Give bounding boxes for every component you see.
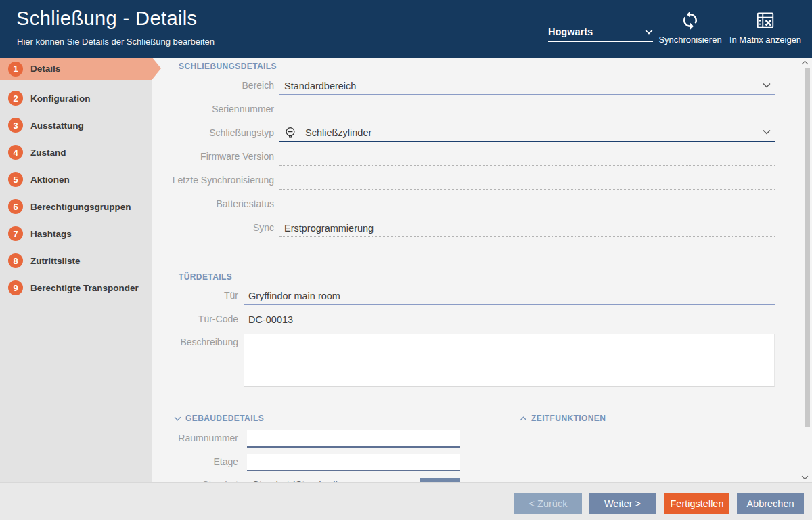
sidebar-item-aktionen[interactable]: 5 Aktionen <box>0 166 152 193</box>
sidebar-item-label: Aktionen <box>30 175 70 185</box>
sidebar-item-label: Zustand <box>30 148 66 158</box>
tuer-code-input[interactable]: DC-00013 <box>244 309 775 328</box>
sidebar-item-label: Zutrittsliste <box>30 256 81 266</box>
tuer-input[interactable]: Gryffindor main room <box>244 286 775 305</box>
sidebar-item-zustand[interactable]: 4 Zustand <box>0 139 152 166</box>
field-row-letzte-synchronisierung: Letzte Synchronisierung <box>152 169 775 190</box>
chevron-down-icon <box>763 129 771 135</box>
next-button[interactable]: Weiter > <box>589 493 656 514</box>
sidebar-item-konfiguration[interactable]: 2 Konfiguration <box>0 85 152 112</box>
firmware-field <box>279 147 775 166</box>
sidebar-item-label: Details <box>30 64 60 74</box>
beschreibung-textarea[interactable] <box>244 334 775 387</box>
sidebar-item-label: Berechtigte Transponder <box>30 283 139 293</box>
raumnummer-label: Raumnummer <box>152 433 238 448</box>
finish-button[interactable]: Fertigstellen <box>664 493 729 514</box>
sidebar-item-label: Ausstattung <box>30 121 84 131</box>
sidebar-item-label: Hashtags <box>30 229 72 239</box>
step-badge: 6 <box>8 199 23 214</box>
field-row-etage: Etage <box>152 451 460 471</box>
step-badge: 1 <box>8 62 23 77</box>
section-header-zeitfunktionen[interactable]: ZEITFUNKTIONEN <box>520 414 606 423</box>
project-dropdown[interactable]: Hogwarts <box>548 26 653 42</box>
seriennummer-field <box>279 100 775 118</box>
etage-input[interactable] <box>247 454 460 471</box>
field-row-schliessungstyp: Schließungstyp Schließzylinder <box>152 122 775 142</box>
chevron-down-icon <box>763 83 771 88</box>
section-title-schliessungsdetails: SCHLIEẞUNGSDETAILS <box>179 62 277 71</box>
sidebar-item-berechtigte-transponder[interactable]: 9 Berechtigte Transponder <box>0 274 152 301</box>
chevron-down-icon <box>801 475 809 480</box>
field-row-beschreibung: Beschreibung <box>152 334 775 387</box>
page-title: Schließung - Details <box>16 7 198 30</box>
seriennummer-label: Seriennummer <box>152 104 274 118</box>
batteriestatus-field <box>279 194 775 213</box>
schliessungstyp-label: Schließungstyp <box>152 127 274 142</box>
batteriestatus-label: Batteriestatus <box>152 198 274 213</box>
field-row-tuer: Tür Gryffindor main room <box>152 284 775 305</box>
sync-label: Sync <box>152 222 274 237</box>
field-row-seriennummer: Seriennummer <box>152 98 775 118</box>
chevron-up-icon <box>801 60 809 65</box>
sidebar-item-ausstattung[interactable]: 3 Ausstattung <box>0 112 152 139</box>
step-badge: 7 <box>8 226 23 241</box>
chevron-down-icon <box>174 416 181 421</box>
step-badge: 3 <box>8 118 23 133</box>
step-badge: 2 <box>8 91 23 106</box>
page-subtitle: Hier können Sie Details der Schließung b… <box>17 37 215 47</box>
bereich-select[interactable]: Standardbereich <box>279 76 775 95</box>
bereich-label: Bereich <box>152 80 274 95</box>
sidebar-item-details[interactable]: 1 Details <box>0 58 152 80</box>
firmware-label: Firmware Version <box>152 151 274 166</box>
project-dropdown-value: Hogwarts <box>548 26 593 37</box>
section-title-gebaeudedetails: GEBÄUDEDETAILS <box>185 414 264 423</box>
section-title-tuerdetails: TÜRDETAILS <box>179 272 232 282</box>
step-badge: 8 <box>8 253 23 268</box>
section-title-zeitfunktionen: ZEITFUNKTIONEN <box>531 414 606 423</box>
scroll-down-arrow[interactable] <box>798 473 811 481</box>
field-row-raumnummer: Raumnummer <box>152 427 460 448</box>
field-row-firmware: Firmware Version <box>152 146 775 166</box>
tuer-code-label: Tür-Code <box>152 313 238 328</box>
field-row-bereich: Bereich Standardbereich <box>152 74 775 95</box>
scroll-up-arrow[interactable] <box>798 58 811 66</box>
step-badge: 9 <box>8 280 23 295</box>
sync-field: Erstprogrammierung <box>279 218 775 237</box>
matrix-grid-icon <box>721 8 810 32</box>
letzte-synchronisierung-label: Letzte Synchronisierung <box>152 175 274 190</box>
letzte-synchronisierung-field <box>279 171 775 190</box>
sidebar-item-label: Berechtigungsgruppen <box>30 202 131 212</box>
cancel-button[interactable]: Abbrechen <box>737 493 804 514</box>
etage-label: Etage <box>152 456 238 471</box>
raumnummer-input[interactable] <box>247 430 460 448</box>
main-content: SCHLIEẞUNGSDETAILS Bereich Standardberei… <box>152 58 812 482</box>
step-badge: 4 <box>8 145 23 160</box>
field-row-tuer-code: Tür-Code DC-00013 <box>152 308 775 328</box>
step-badge: 5 <box>8 172 23 187</box>
schliessungstyp-select[interactable]: Schließzylinder <box>279 123 775 142</box>
lock-cylinder-icon <box>284 127 296 139</box>
field-row-standort: Standort Standort (Standard) + Neu <box>152 477 460 482</box>
header-bar: Schließung - Details Hier können Sie Det… <box>0 0 812 58</box>
section-header-gebaeudedetails[interactable]: GEBÄUDEDETAILS <box>174 414 264 423</box>
scrollbar-thumb[interactable] <box>805 68 810 427</box>
sidebar-item-hashtags[interactable]: 7 Hashtags <box>0 220 152 247</box>
beschreibung-label: Beschreibung <box>152 334 238 351</box>
tuer-label: Tür <box>152 290 238 305</box>
field-row-sync: Sync Erstprogrammierung <box>152 217 775 237</box>
back-button[interactable]: < Zurück <box>514 493 582 514</box>
sidebar-item-label: Konfiguration <box>30 93 90 104</box>
sidebar-item-zutrittsliste[interactable]: 8 Zutrittsliste <box>0 247 152 274</box>
sidebar-item-berechtigungsgruppen[interactable]: 6 Berechtigungsgruppen <box>0 193 152 220</box>
footer-bar: < Zurück Weiter > Fertigstellen Abbreche… <box>0 482 812 520</box>
show-in-matrix-button[interactable]: In Matrix anzeigen <box>721 8 810 45</box>
step-sidebar: 1 Details 2 Konfiguration 3 Ausstattung … <box>0 58 152 482</box>
chevron-up-icon <box>520 416 527 421</box>
field-row-batteriestatus: Batteriestatus <box>152 193 775 213</box>
show-in-matrix-button-label: In Matrix anzeigen <box>721 35 810 45</box>
